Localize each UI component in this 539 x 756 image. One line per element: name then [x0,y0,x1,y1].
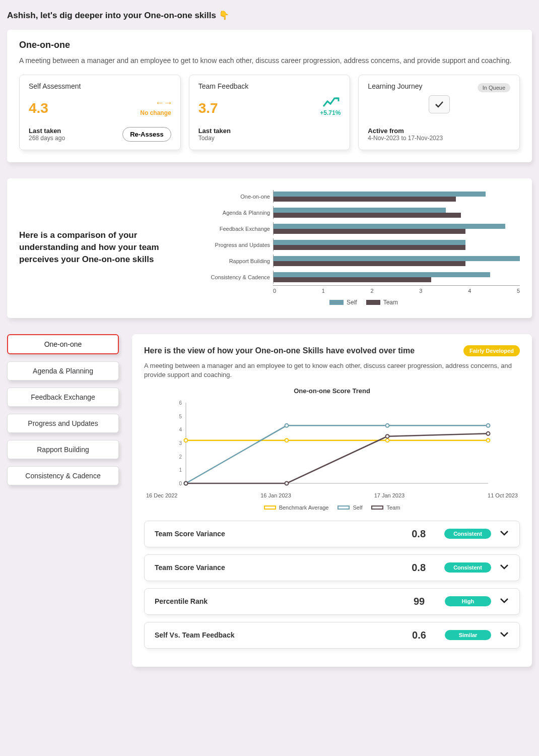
svg-point-15 [386,424,389,427]
stat-row[interactable]: Team Score Variance 0.8 Consistent [144,554,520,581]
legend-self-swatch [329,300,344,305]
self-last-value: 268 days ago [29,135,65,142]
bar-team [274,277,431,282]
skill-tab[interactable]: One-on-one [7,334,119,354]
stat-value: 0.8 [401,528,436,540]
team-delta-text: +5.71% [320,109,341,116]
stat-row[interactable]: Team Score Variance 0.8 Consistent [144,521,520,547]
svg-text:3: 3 [179,440,182,446]
bar-self [274,192,486,197]
stat-value: 99 [401,596,437,607]
stat-badge: Consistent [444,562,491,573]
bar-category-label: Rapport Building [208,258,273,264]
svg-text:4: 4 [179,427,182,432]
self-delta-text: No change [140,109,171,116]
bar-row: One-on-one [208,188,520,205]
self-delta: ← → No change [140,98,171,116]
team-last-value: Today [198,135,231,142]
journey-check-button[interactable] [429,95,450,113]
stat-label: Team Score Variance [155,530,393,538]
bar-row: Progress and Updates [208,237,520,253]
chevron-down-icon[interactable] [499,529,509,538]
chevron-down-icon[interactable] [499,563,509,572]
bar-row: Rapport Building [208,253,520,269]
trend-line-chart: 0123456 [144,398,520,488]
stat-label: Team Score Variance [155,563,393,572]
reassess-button[interactable]: Re-Assess [122,127,171,142]
svg-point-19 [386,434,389,438]
journey-active-label: Active from [368,127,443,135]
svg-point-18 [285,481,289,485]
trend-legend-item: Team [371,505,400,511]
comparison-legend: Self Team [208,299,520,306]
svg-point-10 [285,438,289,442]
x-tick-label: 16 Jan 2023 [260,492,291,498]
check-icon [435,101,444,108]
comparison-chart: One-on-one Agenda & Planning Feedback Ex… [208,188,520,306]
svg-point-12 [487,438,490,442]
learning-journey-card: Learning Journey In Queue Active from 4-… [358,75,520,150]
bar-self [274,272,490,277]
svg-point-17 [184,481,188,485]
journey-title: Learning Journey [368,82,422,90]
team-title: Team Feedback [198,82,341,90]
no-change-icon: ← → [140,98,171,108]
stat-value: 0.8 [401,562,436,574]
svg-point-16 [487,424,490,427]
svg-text:2: 2 [179,454,182,459]
overview-card: One-on-one A meeting between a manager a… [7,30,532,162]
svg-text:5: 5 [179,413,182,419]
bar-self [274,240,465,245]
svg-text:1: 1 [179,467,182,473]
overview-title: One-on-one [19,40,520,50]
bar-category-label: Consistency & Cadence [208,274,273,280]
svg-text:0: 0 [179,481,182,486]
chart-x-axis: 012345 [273,285,520,294]
trend-chart-title: One-on-one Score Trend [144,387,520,395]
self-last-label: Last taken [29,127,65,135]
bar-category-label: One-on-one [208,194,273,200]
queue-badge: In Queue [478,83,510,92]
stat-value: 0.6 [401,629,437,641]
journey-active-value: 4-Nov-2023 to 17-Nov-2023 [368,135,443,142]
svg-point-20 [487,432,490,435]
svg-point-9 [184,438,188,442]
skill-tab[interactable]: Rapport Building [7,440,119,459]
trend-status-badge: Fairly Developed [463,345,520,356]
skill-tab[interactable]: Agenda & Planning [7,361,119,381]
bar-row: Feedback Exchange [208,221,520,237]
stat-row[interactable]: Percentile Rank 99 High [144,588,520,615]
skill-tab[interactable]: Feedback Exchange [7,388,119,407]
skill-tab[interactable]: Progress and Updates [7,414,119,433]
bar-self [274,256,520,261]
bar-team [274,245,465,250]
stat-label: Self Vs. Team Feedback [155,631,393,639]
trend-description: A meeting between a manager and an emplo… [144,361,520,380]
skill-tab[interactable]: Consistency & Cadence [7,466,119,485]
self-score: 4.3 [29,100,48,116]
bar-category-label: Agenda & Planning [208,210,273,216]
legend-team-swatch [366,300,380,305]
bar-team [274,213,461,218]
trend-legend-item: Self [338,505,362,511]
stat-label: Percentile Rank [155,597,393,605]
metric-row: Self Assessment 4.3 ← → No change Last t… [19,75,520,150]
bar-category-label: Feedback Exchange [208,226,273,232]
svg-point-11 [386,438,389,442]
stat-row[interactable]: Self Vs. Team Feedback 0.6 Similar [144,622,520,649]
x-tick-label: 17 Jan 2023 [374,492,405,498]
bar-team [274,197,456,202]
bar-team [274,261,465,266]
trend-title: Here is the view of how your One-on-one … [144,346,415,355]
chevron-down-icon[interactable] [499,631,509,640]
self-title: Self Assessment [29,82,171,90]
team-feedback-card: Team Feedback 3.7 +5.71% Last taken Toda… [189,75,351,150]
bar-row: Agenda & Planning [208,205,520,221]
legend-team-label: Team [383,299,398,306]
stat-badge: High [445,596,491,606]
team-last-label: Last taken [198,127,231,135]
chevron-down-icon[interactable] [499,597,509,606]
trend-up-icon [322,96,341,108]
bar-self [274,208,446,213]
overview-description: A meeting between a manager and an emplo… [19,55,520,66]
